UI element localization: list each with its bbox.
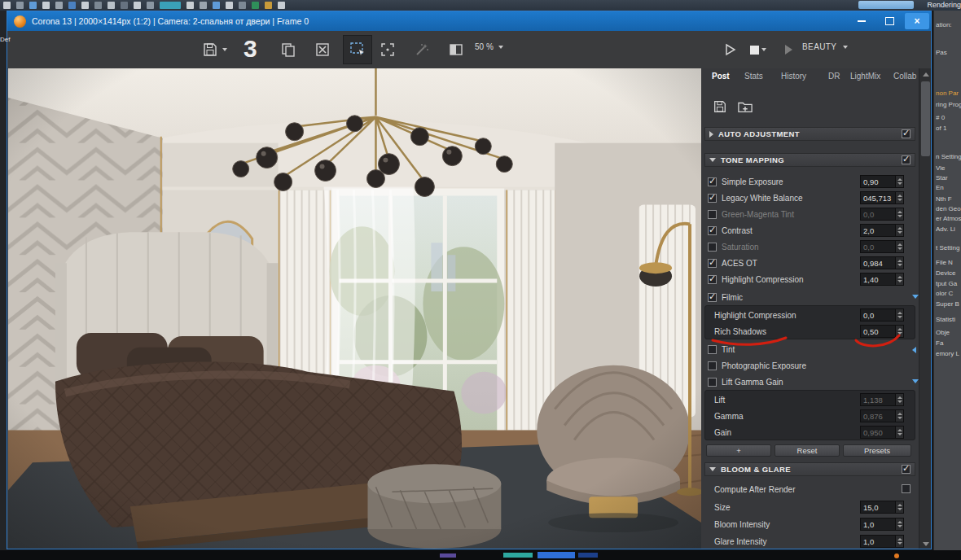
start-render-button[interactable] [721, 41, 739, 59]
collapse-arrow-icon[interactable] [912, 347, 916, 353]
value-field[interactable]: 0,984 [860, 256, 904, 269]
section-tone-mapping[interactable]: TONE MAPPING [704, 153, 915, 167]
checkbox[interactable] [708, 275, 717, 284]
tab-lightmix[interactable]: LightMix [850, 72, 880, 85]
compute-after-render-checkbox[interactable] [902, 484, 911, 493]
section-auto-adjustment[interactable]: AUTO ADJUSTMENT [704, 127, 915, 141]
toolbar-icon[interactable] [239, 2, 246, 9]
spinner[interactable] [895, 192, 903, 203]
value-field[interactable]: 0,0 [860, 208, 904, 221]
spinner[interactable] [895, 536, 903, 547]
channel-select[interactable]: BEAUTY [802, 42, 848, 51]
denoise-wand-button[interactable] [413, 41, 431, 59]
value-field[interactable]: 0,0 [860, 240, 904, 253]
value-field[interactable]: 1,0 [860, 535, 904, 548]
toolbar-icon[interactable] [42, 2, 50, 9]
scroll-down-icon[interactable] [923, 542, 929, 546]
spinner[interactable] [895, 273, 903, 285]
spinner[interactable] [895, 225, 903, 236]
collapse-arrow-icon[interactable] [709, 158, 716, 162]
spinner[interactable] [895, 518, 903, 530]
value-field[interactable]: 0,50 [860, 325, 904, 338]
render-region-button[interactable] [343, 35, 372, 64]
expand-arrow-icon[interactable] [912, 379, 919, 383]
value-field[interactable]: 1,138 [860, 393, 904, 406]
value-field[interactable]: 1,40 [860, 273, 904, 286]
checkbox[interactable] [708, 293, 717, 302]
checkbox[interactable] [708, 378, 717, 387]
save-image-button[interactable] [201, 41, 219, 59]
auto-adjustment-checkbox[interactable] [902, 129, 911, 138]
tone-mapping-checkbox[interactable] [902, 155, 911, 164]
minimize-button[interactable] [849, 13, 874, 29]
tab-stats[interactable]: Stats [744, 72, 763, 85]
zoom-select[interactable]: 50 % [475, 42, 503, 51]
checkbox[interactable] [708, 259, 717, 268]
toolbar-icon[interactable] [160, 2, 181, 9]
presets-button[interactable]: Presets [843, 444, 911, 457]
checkbox[interactable] [708, 243, 717, 252]
toolbar-icon[interactable] [94, 2, 102, 9]
spinner[interactable] [895, 427, 903, 438]
spinner[interactable] [895, 501, 903, 513]
value-field[interactable]: 1,0 [860, 518, 904, 531]
save-dropdown[interactable] [221, 41, 229, 59]
checkbox[interactable] [708, 177, 717, 186]
render-viewport[interactable] [8, 68, 701, 549]
expand-arrow-icon[interactable] [912, 295, 919, 299]
toolbar-icon[interactable] [3, 2, 11, 9]
toolbar-icon[interactable] [200, 2, 207, 9]
checkbox[interactable] [708, 226, 717, 235]
value-field[interactable]: 15,0 [860, 501, 904, 514]
checkbox[interactable] [708, 210, 717, 219]
spinner[interactable] [895, 208, 903, 220]
spinner[interactable] [895, 257, 903, 269]
tab-dr[interactable]: DR [828, 72, 840, 85]
bloom-glare-checkbox[interactable] [902, 465, 911, 474]
spinner[interactable] [895, 326, 903, 337]
copy-image-button[interactable] [279, 41, 297, 59]
spinner[interactable] [895, 241, 903, 252]
load-settings-button[interactable] [737, 99, 753, 114]
value-field[interactable]: 0,0 [860, 308, 904, 322]
rendering-menu-label[interactable]: Rendering [927, 1, 961, 9]
value-field[interactable]: 0,876 [860, 409, 904, 422]
toolbar-icon[interactable] [278, 2, 285, 9]
toolbar-icon[interactable] [81, 2, 89, 9]
spinner[interactable] [895, 176, 903, 187]
save-settings-button[interactable] [713, 99, 729, 114]
checkbox[interactable] [708, 194, 717, 203]
tab-collab[interactable]: Collab [893, 72, 916, 85]
toolbar-icon[interactable] [147, 2, 154, 9]
section-bloom-glare[interactable]: BLOOM & GLARE [704, 462, 915, 476]
value-field[interactable]: 0,90 [860, 175, 904, 188]
tab-post[interactable]: Post [712, 72, 730, 85]
spinner[interactable] [895, 410, 903, 422]
toolbar-icon[interactable] [16, 2, 24, 9]
window-titlebar[interactable]: Corona 13 | 2000×1414px (1:2) | Camera: … [7, 11, 931, 31]
full-region-button[interactable] [379, 41, 397, 59]
toolbar-icon[interactable] [68, 2, 76, 9]
spinner[interactable] [895, 309, 903, 321]
stop-dropdown[interactable] [760, 41, 768, 59]
collapse-arrow-icon[interactable] [709, 467, 716, 471]
scroll-up-icon[interactable] [923, 72, 929, 77]
toolbar-icon[interactable] [134, 2, 141, 9]
language-box[interactable] [858, 1, 914, 9]
toolbar-icon[interactable] [252, 2, 259, 9]
reset-button[interactable]: Reset [775, 444, 840, 457]
toolbar-icon[interactable] [55, 2, 63, 9]
toolbar-icon[interactable] [265, 2, 272, 9]
tab-history[interactable]: History [781, 72, 806, 85]
toolbar-icon[interactable] [121, 2, 128, 9]
checkbox[interactable] [708, 345, 717, 354]
value-field[interactable]: 2,0 [860, 224, 904, 237]
toolbar-icon[interactable] [226, 2, 233, 9]
add-operator-button[interactable]: + [706, 444, 771, 457]
resume-render-button[interactable] [779, 41, 797, 59]
ab-compare-button[interactable] [447, 41, 465, 59]
checkbox[interactable] [708, 361, 717, 370]
close-button[interactable]: × [905, 13, 929, 29]
spinner[interactable] [895, 394, 903, 405]
value-field[interactable]: 045,713 [860, 191, 904, 204]
